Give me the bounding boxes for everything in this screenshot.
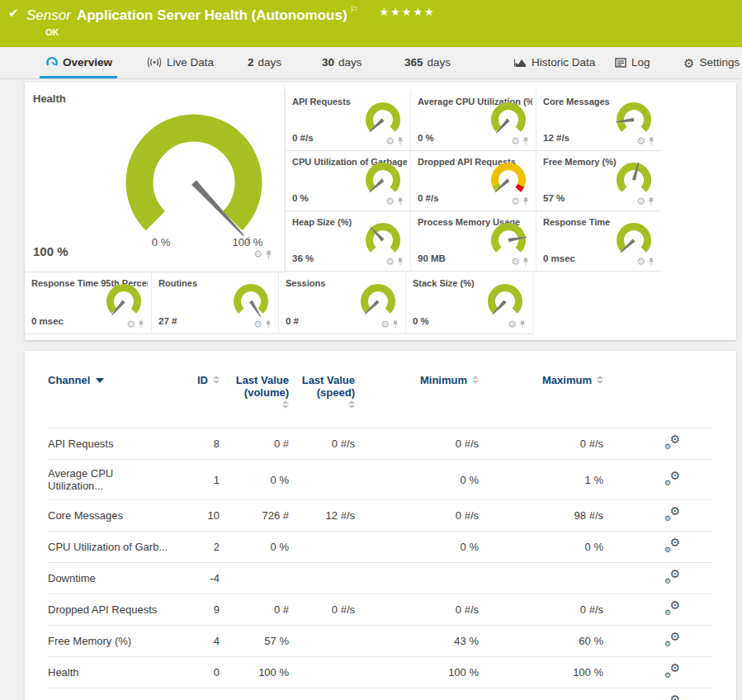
channel-settings-icon[interactable]: ⚙⚙ <box>665 539 680 552</box>
gear-icon[interactable]: ⚙ <box>508 319 517 329</box>
pin-icon[interactable] <box>397 197 404 206</box>
cell-last-value-volume: 57 % <box>220 626 289 657</box>
cell-id: -4 <box>172 563 220 594</box>
cell-maximum: 1 % <box>479 460 603 500</box>
gear-icon[interactable]: ⚙ <box>380 319 390 329</box>
cell-maximum: 100 % <box>479 657 603 688</box>
cell-id: 1 <box>172 460 220 500</box>
pin-icon[interactable] <box>392 320 399 329</box>
gauge-chart <box>355 280 401 323</box>
pin-icon[interactable] <box>397 258 404 266</box>
gear-icon[interactable]: ⚙ <box>385 257 395 267</box>
gear-icon[interactable]: ⚙ <box>385 136 395 146</box>
gauge-chart <box>485 219 532 262</box>
tab-label: 2 <box>248 56 254 69</box>
table-row[interactable]: Free Memory (%) 4 57 % 43 % 60 % ⚙⚙ <box>48 626 713 657</box>
gauge-chart <box>482 280 528 323</box>
table-row[interactable]: API Requests 8 0 # 0 #/s 0 #/s 0 #/s ⚙⚙ <box>48 428 713 460</box>
gauge-tile: Routines 27 # ⚙ <box>152 272 279 334</box>
tab-historic-data[interactable]: Historic Data <box>513 47 595 78</box>
tab-365-days[interactable]: 365days <box>404 47 451 78</box>
column-header-last-value-speed[interactable]: Last Value(speed) <box>289 369 355 428</box>
gear-icon[interactable]: ⚙ <box>511 136 520 146</box>
cell-id: 4 <box>172 626 220 657</box>
pin-icon[interactable] <box>265 320 272 329</box>
channel-settings-icon[interactable]: ⚙⚙ <box>665 665 680 678</box>
tab-label: 30 <box>322 56 334 69</box>
cell-channel[interactable]: Free Memory (%) <box>48 626 172 657</box>
tab-live-data[interactable]: Live Data <box>147 47 214 78</box>
gauge-tile: Core Messages 12 #/s ⚙ <box>536 91 661 151</box>
cell-channel[interactable]: Health <box>48 657 172 688</box>
column-header-id[interactable]: ID <box>172 369 220 428</box>
cell-last-value-speed <box>289 657 355 688</box>
channel-settings-icon[interactable]: ⚙⚙ <box>665 570 680 584</box>
gauge-title: Health <box>33 92 66 105</box>
pin-icon[interactable] <box>138 320 144 329</box>
pin-icon[interactable] <box>648 137 655 145</box>
channel-settings-icon[interactable]: ⚙⚙ <box>665 436 680 449</box>
gear-icon[interactable]: ⚙ <box>385 196 395 206</box>
table-row[interactable]: Dropped API Requests 9 0 # 0 #/s 0 #/s 0… <box>48 594 713 626</box>
pin-icon[interactable] <box>522 137 529 145</box>
table-row[interactable]: CPU Utilization of Garb... 2 0 % 0 % 0 %… <box>48 532 713 563</box>
pin-icon[interactable] <box>648 258 655 266</box>
pin-icon[interactable] <box>265 250 272 259</box>
table-row[interactable]: Core Messages 10 726 # 12 #/s 0 #/s 98 #… <box>48 500 713 532</box>
column-label: Last Value <box>220 374 289 386</box>
table-row[interactable]: Downtime -4 ⚙⚙ <box>48 563 713 594</box>
cell-channel[interactable]: Heap Size (%) <box>48 688 172 700</box>
channel-settings-icon[interactable]: ⚙⚙ <box>665 508 680 521</box>
table-row[interactable]: Average CPU Utilization... 1 0 % 0 % 1 %… <box>48 460 713 500</box>
priority-stars[interactable]: ★★★★★ <box>380 6 436 18</box>
pin-icon[interactable] <box>522 197 529 206</box>
gauge-chart <box>611 158 657 201</box>
column-header-last-value-volume[interactable]: Last Value(volume) <box>220 369 289 428</box>
column-header-maximum[interactable]: Maximum <box>479 369 603 428</box>
cell-maximum: 98 #/s <box>479 500 603 532</box>
gear-icon[interactable]: ⚙ <box>126 319 135 329</box>
tab-overview[interactable]: Overview <box>46 47 112 78</box>
gear-icon[interactable]: ⚙ <box>253 249 262 259</box>
gauge-value: 0 % <box>413 316 429 326</box>
cell-channel[interactable]: Average CPU Utilization... <box>48 460 172 500</box>
health-gauge-chart: x̄ <box>107 104 282 246</box>
gear-icon[interactable]: ⚙ <box>253 319 262 329</box>
gauge-scale-max: 100 % <box>223 236 272 248</box>
cell-channel[interactable]: Core Messages <box>48 500 172 532</box>
pin-icon[interactable] <box>519 320 526 329</box>
channel-settings-icon[interactable]: ⚙⚙ <box>665 602 680 615</box>
channel-settings-icon[interactable]: ⚙⚙ <box>665 472 680 485</box>
cell-channel[interactable]: CPU Utilization of Garb... <box>48 532 172 563</box>
gauges-panel: Health x̄ 0 % 100 % 100 % ⚙ API Requests… <box>25 83 736 340</box>
pin-icon[interactable] <box>397 137 404 145</box>
sort-icon <box>282 400 289 409</box>
flag-icon[interactable]: ⚐ <box>350 4 358 14</box>
cell-last-value-volume: 726 # <box>220 500 289 532</box>
column-header-channel[interactable]: Channel <box>48 369 172 428</box>
cell-channel[interactable]: API Requests <box>48 428 172 460</box>
gear-icon[interactable]: ⚙ <box>636 257 645 267</box>
tab-30-days[interactable]: 30days <box>322 47 362 78</box>
gauge-value: 27 # <box>158 316 177 326</box>
cell-maximum: 0 #/s <box>479 428 603 460</box>
gear-icon[interactable]: ⚙ <box>511 257 520 267</box>
cell-channel[interactable]: Downtime <box>48 563 172 594</box>
tab-2-days[interactable]: 2days <box>248 47 281 78</box>
pin-icon[interactable] <box>522 258 529 266</box>
gear-icon[interactable]: ⚙ <box>636 136 645 146</box>
channel-settings-icon[interactable]: ⚙⚙ <box>665 633 680 646</box>
channel-settings-icon[interactable]: ⚙⚙ <box>665 696 680 700</box>
tab-settings[interactable]: ⚙Settings <box>683 47 740 78</box>
tab-label: Live Data <box>167 56 214 69</box>
gear-icon[interactable]: ⚙ <box>636 196 645 206</box>
pin-icon[interactable] <box>648 197 655 206</box>
column-header-minimum[interactable]: Minimum <box>355 369 479 428</box>
gear-icon[interactable]: ⚙ <box>511 196 520 206</box>
table-row[interactable]: Heap Size (%) 7 36 % 34 % 81 % ⚙⚙ <box>48 688 713 700</box>
cell-channel[interactable]: Dropped API Requests <box>48 594 172 626</box>
gauge-chart <box>611 98 657 141</box>
chart-icon <box>513 49 527 80</box>
table-row[interactable]: Health 0 100 % 100 % 100 % ⚙⚙ <box>48 657 713 688</box>
tab-log[interactable]: Log <box>615 47 650 78</box>
